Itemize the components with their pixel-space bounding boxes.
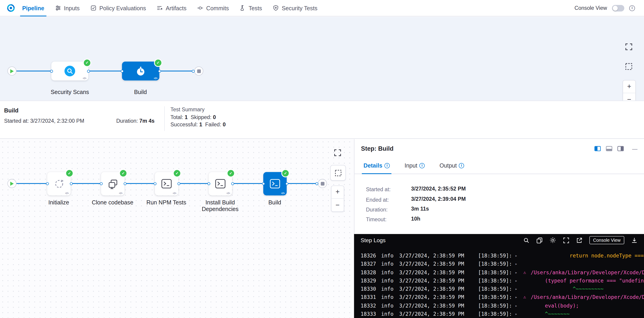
tab-policy-evaluations[interactable]: Policy Evaluations [85, 0, 152, 16]
tab-commits[interactable]: Commits [192, 0, 234, 16]
fullscreen-icon[interactable] [334, 149, 341, 156]
log-date: 3/27/2024, 2:38:59 PM [399, 285, 478, 294]
skipped-value: 0 [213, 114, 216, 120]
stop-icon [321, 182, 324, 185]
tab-output[interactable]: Output i [440, 160, 464, 174]
details-info-icon[interactable]: i [384, 163, 390, 168]
expand-arrow-icon[interactable]: ▸ [515, 268, 523, 277]
tab-details-label: Details [364, 162, 382, 169]
log-message: return node.nodeType === [523, 252, 644, 260]
step-details-panel: Step: Build — [354, 139, 644, 234]
step-logs-console: Step Logs [354, 234, 644, 318]
tab-tests[interactable]: Tests [234, 0, 268, 16]
search-icon[interactable] [523, 237, 530, 243]
log-message: (typeof performance === "undefin [523, 277, 644, 285]
fullscreen-icon[interactable] [563, 237, 569, 243]
stage-node-security-scans[interactable]: ✓ </> [51, 62, 88, 81]
code-glyph-icon: </> [172, 192, 176, 195]
tab-security-tests[interactable]: Security Tests [267, 0, 323, 16]
log-line: 18331 info 3/27/2024, 2:38:59 PM [18:38:… [361, 294, 644, 302]
layout-split-bottom-icon[interactable] [606, 145, 612, 152]
collapse-panel-icon[interactable]: — [632, 146, 638, 151]
layout-split-right-icon[interactable] [617, 145, 624, 152]
open-external-icon[interactable] [576, 237, 582, 243]
tab-input[interactable]: Input i [404, 160, 425, 174]
fullscreen-icon[interactable] [625, 43, 632, 50]
expand-arrow-icon[interactable]: ▸ [515, 285, 523, 294]
step-node-install-build-dependencies[interactable]: ✓ </> [208, 172, 232, 196]
edge-dot [177, 182, 180, 185]
console-view-toggle[interactable] [612, 5, 624, 11]
tab-tests-label: Tests [249, 5, 262, 11]
input-info-icon[interactable]: i [420, 163, 425, 168]
zoom-in-button[interactable]: + [623, 80, 635, 93]
stage-label-build: Build [116, 89, 165, 95]
flask-icon [240, 5, 246, 11]
expand-arrow-icon[interactable]: ▸ [515, 252, 523, 260]
console-view-button[interactable]: Console View [589, 236, 624, 244]
detail-label-duration: Duration: [366, 206, 388, 213]
log-line: 18332 info 3/27/2024, 2:38:59 PM [18:38:… [361, 302, 644, 310]
tab-pipeline[interactable]: Pipeline [17, 0, 50, 16]
step-node-clone-codebase[interactable]: ✓ </> [101, 172, 124, 196]
step-edge [232, 183, 263, 184]
detail-label-started: Started at: [366, 186, 390, 193]
step-node-run-npm-tests[interactable]: ✓ </> [155, 172, 178, 196]
expand-arrow-icon[interactable]: ▸ [515, 277, 523, 285]
log-line-number: 18328 [361, 268, 381, 277]
skipped-label: Skipped: [190, 114, 211, 120]
zoom-in-button[interactable]: + [331, 186, 344, 199]
zoom-out-button[interactable]: − [623, 93, 635, 100]
started-at-label: Started at: [4, 118, 29, 124]
step-node-build[interactable]: ✓ </> [263, 172, 287, 196]
step-label-run-npm-tests: Run NPM Tests [144, 199, 189, 206]
copy-icon[interactable] [536, 237, 542, 243]
tab-details[interactable]: Details i [364, 160, 390, 174]
expand-arrow-icon[interactable]: ▸ [515, 260, 523, 268]
log-date: 3/27/2024, 2:38:59 PM [399, 294, 478, 302]
expand-arrow-icon[interactable]: ▸ [515, 302, 523, 310]
detail-value-timeout: 10h [411, 216, 420, 222]
log-message: /Users/anka/Library/Developer/Xcode/De [530, 268, 644, 277]
execution-end-node [318, 179, 327, 188]
log-header-icons: Console View [523, 236, 638, 244]
log-line-number: 18329 [361, 277, 381, 285]
log-line-number: 18330 [361, 285, 381, 294]
initialize-sync-icon [54, 178, 64, 189]
edge-dot [70, 182, 73, 185]
detail-label-ended: Ended at: [366, 197, 389, 203]
tab-inputs-label: Inputs [64, 5, 80, 11]
output-info-icon[interactable]: i [459, 163, 464, 168]
step-panel-tabs: Details i Input i Output i [354, 160, 644, 174]
artifacts-list-icon [157, 5, 163, 11]
layout-split-left-icon[interactable] [594, 145, 601, 152]
log-line-number: 18332 [361, 302, 381, 310]
tab-artifacts[interactable]: Artifacts [152, 0, 192, 16]
code-glyph-icon: </> [119, 192, 122, 195]
stage-node-build[interactable]: ✓ </> [122, 62, 160, 81]
stage-graph-canvas[interactable]: ✓ </> Security Scans ✓ </> Build [0, 17, 644, 101]
security-scan-stage-icon [64, 65, 76, 77]
log-level: info [381, 302, 399, 310]
download-icon[interactable] [631, 237, 638, 243]
log-time: [18:38:59]: [478, 277, 515, 285]
step-node-initialize[interactable]: ✓ </> [47, 172, 70, 196]
settings-gear-icon[interactable] [550, 237, 556, 244]
pipeline-end-node [194, 66, 203, 76]
duration-value: 7m 4s [139, 118, 154, 124]
marquee-select-button[interactable] [330, 165, 346, 181]
code-glyph-icon: </> [65, 192, 69, 195]
edge-dot [50, 70, 53, 73]
zoom-out-button[interactable]: − [331, 199, 344, 212]
success-badge-icon: ✓ [154, 59, 162, 67]
expand-arrow-icon[interactable]: ▸ [515, 310, 523, 318]
step-graph-canvas[interactable]: ✓ </> Initialize ✓ </> Clone codebase [0, 139, 354, 318]
stage-summary-bar: Build Started at: 3/27/2024, 2:32:00 PM … [0, 101, 644, 139]
marquee-select-icon[interactable] [625, 63, 632, 70]
expand-arrow-icon[interactable]: ▸ [515, 294, 523, 302]
step-edge [16, 183, 47, 184]
tab-inputs[interactable]: Inputs [50, 0, 85, 16]
info-icon[interactable]: i [629, 5, 635, 11]
pipeline-start-node [7, 66, 16, 76]
tab-artifacts-label: Artifacts [166, 5, 186, 11]
